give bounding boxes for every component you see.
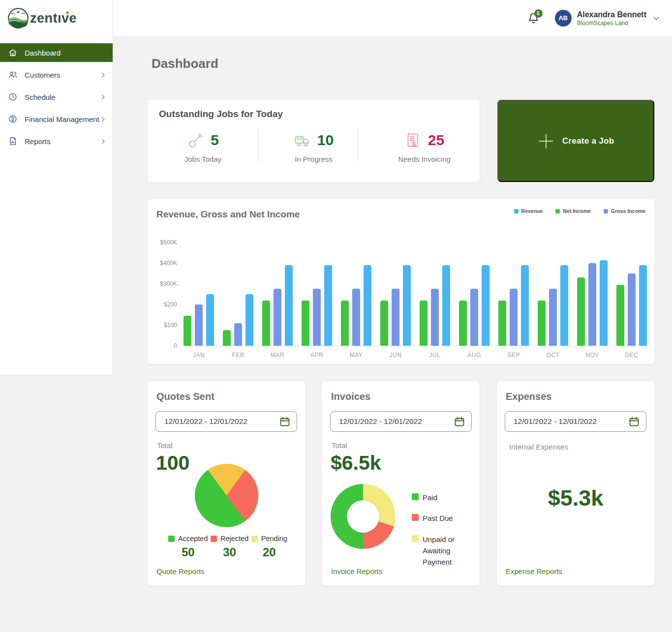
quotes-title: Quotes Sent xyxy=(156,391,214,402)
sidebar-item-reports[interactable]: Reports xyxy=(0,132,113,150)
quotes-legend: Accepted 50 Rejected 30 Pending 20 xyxy=(148,535,305,559)
bar-net-income xyxy=(459,301,467,346)
clock-icon xyxy=(8,92,18,102)
legend-label: Paid xyxy=(423,492,437,503)
legend-swatch xyxy=(412,493,419,500)
quotes-total-label: Total xyxy=(157,441,173,450)
legend-label: Net Income xyxy=(563,208,591,214)
x-axis-label: JUN xyxy=(390,352,402,359)
chevron-down-icon xyxy=(653,14,659,20)
calendar-icon xyxy=(279,416,291,427)
brand-logo[interactable]: zentıve xyxy=(0,0,113,36)
x-axis-label: FEB xyxy=(232,352,244,359)
chart-y-axis: $500K$400K$300K$200$1000 xyxy=(156,242,177,346)
expenses-date-range-picker[interactable]: 12/01/2022 - 12/01/2022 xyxy=(505,411,646,432)
bar-gross-income xyxy=(549,289,557,346)
divider xyxy=(358,129,358,162)
legend-swatch xyxy=(555,209,560,213)
bar-net-income xyxy=(498,301,506,346)
expenses-subtitle: Internal Expenses xyxy=(509,443,568,451)
sidebar: zentıve Dashboard Customers xyxy=(0,0,113,375)
legend-swatch xyxy=(412,535,419,542)
sidebar-item-dashboard[interactable]: Dashboard xyxy=(0,43,113,62)
bar-group-sep: SEP xyxy=(498,242,529,359)
legend-item-unpaid: Unpaid orAwaiting Payment xyxy=(412,534,480,568)
x-axis-label: MAY xyxy=(350,352,363,359)
bar-gross-income xyxy=(352,289,360,346)
stat-value: 10 xyxy=(317,132,334,149)
bar-gross-income xyxy=(392,289,399,346)
chevron-right-icon xyxy=(100,117,105,121)
bar-gross-income xyxy=(431,289,439,346)
dollar-circle-icon xyxy=(8,114,18,124)
x-axis-label: JAN xyxy=(193,352,205,359)
invoices-legend: Paid Past Due Unpaid orAwaiting Payment xyxy=(412,492,480,568)
users-icon xyxy=(8,70,18,80)
create-job-button[interactable]: Create a Job xyxy=(497,100,654,182)
invoice-reports-link[interactable]: Invoice Reports xyxy=(331,567,382,575)
invoices-card: Invoices 12/01/2022 - 12/01/2022 Total $… xyxy=(322,381,480,585)
bar-group-aug: AUG xyxy=(459,242,489,359)
brand-logo-icon xyxy=(7,7,29,29)
legend-item-pending: Pending 20 xyxy=(251,535,287,559)
date-range-value: 12/01/2022 - 12/01/2022 xyxy=(339,417,454,426)
bar-revenue xyxy=(324,265,332,346)
user-name: Alexandra Bennett xyxy=(577,10,646,20)
expenses-card: Expenses 12/01/2022 - 12/01/2022 Interna… xyxy=(497,381,654,585)
bar-group-jun: JUN xyxy=(380,242,411,359)
calendar-icon xyxy=(454,416,465,427)
sidebar-item-financial-management[interactable]: Financial Management xyxy=(0,110,113,128)
calendar-icon xyxy=(628,416,640,427)
chart-plot-area: $500K$400K$300K$200$1000 JANFEBMARAPRMAY… xyxy=(156,242,647,365)
x-axis-label: SEP xyxy=(507,352,520,359)
divider xyxy=(258,129,259,162)
stat-in-progress: 10 In Progress xyxy=(258,128,369,163)
y-axis-tick: $400K xyxy=(160,260,177,267)
x-axis-label: AUG xyxy=(467,352,481,359)
quotes-pie-chart xyxy=(195,464,258,527)
user-menu[interactable]: AB Alexandra Bennett BloomScapes Land xyxy=(555,10,658,27)
legend-label: Past Due xyxy=(423,512,453,524)
y-axis-tick: $200 xyxy=(164,301,177,308)
y-axis-tick: $300K xyxy=(160,280,177,287)
invoices-title: Invoices xyxy=(331,391,370,402)
expense-reports-link[interactable]: Expense Reports xyxy=(506,567,562,575)
report-icon xyxy=(8,136,18,146)
chevron-right-icon xyxy=(100,94,105,99)
expenses-amount: $5.3k xyxy=(497,485,654,511)
bar-net-income xyxy=(341,301,349,346)
sidebar-nav: Dashboard Customers Schedule xyxy=(0,43,113,150)
bar-gross-income xyxy=(588,263,596,346)
legend-label: Rejected xyxy=(220,535,248,542)
legend-item-revenue: Revenue xyxy=(514,208,543,214)
legend-item-net-income: Net Income xyxy=(555,208,591,214)
bar-net-income xyxy=(577,277,585,346)
sidebar-item-schedule[interactable]: Schedule xyxy=(0,88,113,106)
quote-reports-link[interactable]: Quote Reports xyxy=(156,567,205,575)
bar-revenue xyxy=(600,260,608,346)
invoices-date-range-picker[interactable]: 12/01/2022 - 12/01/2022 xyxy=(330,411,472,432)
legend-swatch xyxy=(168,536,175,542)
x-axis-label: DEC xyxy=(625,352,639,359)
donut-hole xyxy=(347,500,379,533)
sidebar-item-customers[interactable]: Customers xyxy=(0,65,113,84)
home-icon xyxy=(8,48,18,58)
quotes-date-range-picker[interactable]: 12/01/2022 - 12/01/2022 xyxy=(155,411,297,432)
bar-gross-income xyxy=(313,289,321,346)
legend-swatch xyxy=(514,209,519,213)
bar-group-mar: MAR xyxy=(262,242,293,359)
sidebar-item-label: Dashboard xyxy=(25,49,106,57)
invoices-donut-chart xyxy=(331,484,396,549)
y-axis-tick: $500K xyxy=(160,239,177,246)
brand-wordmark: zentıve xyxy=(30,11,77,26)
x-axis-label: JUL xyxy=(429,352,441,359)
bar-revenue xyxy=(403,265,411,346)
avatar: AB xyxy=(555,10,572,27)
date-range-value: 12/01/2022 - 12/01/2022 xyxy=(514,417,628,426)
notifications-button[interactable]: 5 xyxy=(527,11,540,25)
main-content: Dashboard Outstanding Jobs for Today 5 J… xyxy=(113,36,672,632)
outstanding-jobs-title: Outstanding Jobs for Today xyxy=(159,109,283,120)
legend-item-paid: Paid xyxy=(412,492,480,503)
invoices-total-value: $6.5k xyxy=(331,451,381,475)
bar-gross-income xyxy=(195,304,203,346)
